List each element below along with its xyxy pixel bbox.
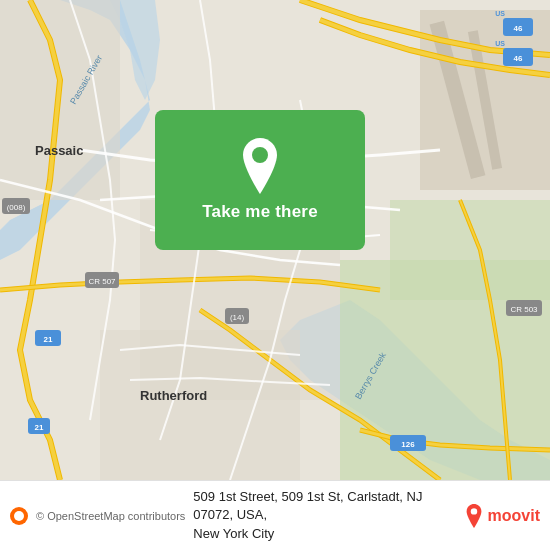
svg-text:46: 46 [514, 24, 523, 33]
svg-text:US: US [495, 40, 505, 47]
address-section: 509 1st Street, 509 1st St, Carlstadt, N… [193, 488, 455, 543]
svg-text:(008): (008) [7, 203, 26, 212]
osm-logo [10, 507, 28, 525]
moovit-logo: moovit [464, 504, 540, 528]
svg-text:126: 126 [401, 440, 415, 449]
svg-text:CR 503: CR 503 [510, 305, 538, 314]
bottom-bar: © OpenStreetMap contributors 509 1st Str… [0, 480, 550, 550]
svg-rect-2 [390, 200, 550, 300]
attribution-text: © OpenStreetMap contributors [36, 510, 185, 522]
svg-text:(14): (14) [230, 313, 245, 322]
svg-text:CR 507: CR 507 [88, 277, 116, 286]
svg-text:Passaic: Passaic [35, 143, 83, 158]
svg-text:21: 21 [35, 423, 44, 432]
svg-text:46: 46 [514, 54, 523, 63]
take-me-there-button[interactable]: Take me there [202, 202, 318, 222]
svg-text:Rutherford: Rutherford [140, 388, 207, 403]
moovit-pin-icon [464, 504, 484, 528]
map-container: 21 46 US 46 US (008) CR 507 (14) 21 CR 5… [0, 0, 550, 480]
moovit-text: moovit [488, 507, 540, 525]
svg-point-34 [470, 508, 476, 514]
svg-text:US: US [495, 10, 505, 17]
svg-text:21: 21 [44, 335, 53, 344]
svg-point-33 [252, 147, 268, 163]
location-pin-icon [236, 138, 284, 194]
location-card[interactable]: Take me there [155, 110, 365, 250]
address-line1: 509 1st Street, 509 1st St, Carlstadt, N… [193, 488, 455, 524]
address-line2: New York City [193, 525, 455, 543]
